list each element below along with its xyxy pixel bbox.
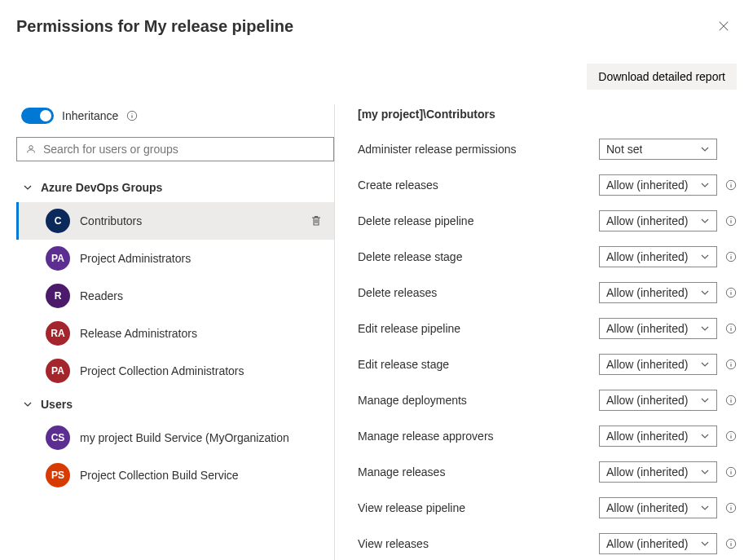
info-icon[interactable] [126,110,138,121]
chevron-down-icon [700,539,710,549]
info-icon[interactable] [725,251,737,262]
permission-label: Delete release stage [358,250,599,263]
identity-item[interactable]: PAProject Collection Administrators [16,352,334,390]
permission-select[interactable]: Allow (inherited) [599,497,717,518]
search-box[interactable] [16,137,334,161]
avatar: RA [46,321,70,346]
permission-row: Create releasesAllow (inherited) [358,174,737,196]
identity-label: Project Collection Administrators [80,364,326,377]
permission-select[interactable]: Allow (inherited) [599,282,717,303]
chevron-down-icon [23,183,33,192]
permission-select[interactable]: Allow (inherited) [599,318,717,339]
permission-row: View release pipelineAllow (inherited) [358,497,737,518]
svg-point-21 [730,362,731,363]
groups-section-header[interactable]: Azure DevOps Groups [16,173,334,202]
info-icon[interactable] [725,395,737,406]
permission-controls: Allow (inherited) [599,210,737,231]
svg-point-6 [730,183,731,183]
svg-point-36 [730,541,731,542]
permission-controls: Allow (inherited) [599,282,737,303]
identity-item[interactable]: PSProject Collection Build Service [16,456,334,494]
info-icon[interactable] [725,466,737,478]
chevron-down-icon [700,180,710,190]
permission-controls: Allow (inherited) [599,533,737,554]
info-icon[interactable] [725,430,737,442]
permission-select[interactable]: Allow (inherited) [599,354,717,375]
info-slot [725,502,737,514]
permission-select[interactable]: Allow (inherited) [599,390,717,411]
permission-value: Allow (inherited) [606,358,688,371]
svg-point-15 [730,290,731,291]
avatar: CS [46,426,70,450]
info-slot [725,251,737,262]
info-icon[interactable] [725,215,737,227]
info-icon[interactable] [725,287,737,298]
identity-item[interactable]: RARelease Administrators [16,315,334,352]
download-detailed-report-button[interactable]: Download detailed report [587,64,737,90]
permission-select[interactable]: Allow (inherited) [599,426,717,447]
permission-select[interactable]: Allow (inherited) [599,461,717,483]
permission-label: Manage deployments [358,394,599,407]
chevron-down-icon [700,359,710,369]
identity-label: Contributors [80,214,300,227]
permission-select[interactable]: Not set [599,139,717,160]
svg-point-9 [730,218,731,219]
svg-point-12 [730,254,731,255]
permission-row: Administer release permissionsNot set [358,139,737,160]
users-section-header[interactable]: Users [16,390,334,419]
permission-row: View releasesAllow (inherited) [358,533,737,554]
dialog-header: Permissions for My release pipeline [16,13,737,39]
identity-item[interactable]: RReaders [16,277,334,315]
svg-point-2 [132,113,133,114]
info-icon[interactable] [725,359,737,370]
permission-select[interactable]: Allow (inherited) [599,210,717,231]
identity-item[interactable]: PAProject Administrators [16,240,334,277]
identity-item[interactable]: CContributors [16,202,334,240]
search-input[interactable] [43,143,325,156]
info-icon[interactable] [725,538,737,549]
permission-value: Allow (inherited) [606,394,688,407]
chevron-down-icon [23,399,33,409]
svg-point-3 [29,146,33,149]
chevron-down-icon [700,288,710,298]
permission-controls: Allow (inherited) [599,497,737,518]
permission-value: Allow (inherited) [606,430,688,443]
selected-identity-title: [my project]\Contributors [358,108,737,121]
permission-row: Manage release approversAllow (inherited… [358,426,737,447]
identity-panel: Inheritance Azure DevOps Groups CContrib… [16,104,334,560]
permission-select[interactable]: Allow (inherited) [599,174,717,196]
permission-value: Allow (inherited) [606,286,688,299]
info-slot [725,287,737,298]
info-icon[interactable] [725,323,737,334]
avatar: PS [46,463,70,487]
groups-list: CContributorsPAProject AdministratorsRRe… [16,202,334,390]
info-icon[interactable] [725,179,737,191]
info-slot [725,466,737,478]
chevron-down-icon [700,144,710,154]
users-list: CSmy project Build Service (MyOrganizati… [16,419,334,494]
permissions-dialog: Permissions for My release pipeline Down… [0,0,753,560]
permission-value: Allow (inherited) [606,250,688,263]
inheritance-toggle[interactable] [21,108,54,124]
permissions-panel: [my project]\Contributors Administer rel… [334,104,737,560]
permission-label: Manage releases [358,465,599,478]
avatar: PA [46,246,70,271]
permission-row: Delete release stageAllow (inherited) [358,246,737,267]
trash-icon[interactable] [310,214,323,227]
permission-value: Allow (inherited) [606,179,688,192]
chevron-down-icon [700,395,710,405]
download-row: Download detailed report [16,64,737,90]
identity-label: my project Build Service (MyOrganization [80,431,326,444]
permission-value: Allow (inherited) [606,501,688,514]
identity-item[interactable]: CSmy project Build Service (MyOrganizati… [16,419,334,456]
permission-controls: Allow (inherited) [599,426,737,447]
info-slot [725,179,737,191]
permission-select[interactable]: Allow (inherited) [599,246,717,267]
permission-select[interactable]: Allow (inherited) [599,533,717,554]
info-icon[interactable] [725,502,737,514]
identity-label: Readers [80,289,326,302]
close-button[interactable] [711,13,737,39]
permission-row: Delete releasesAllow (inherited) [358,282,737,303]
permissions-list: Administer release permissionsNot setCre… [358,139,737,554]
permission-value: Not set [606,143,642,156]
